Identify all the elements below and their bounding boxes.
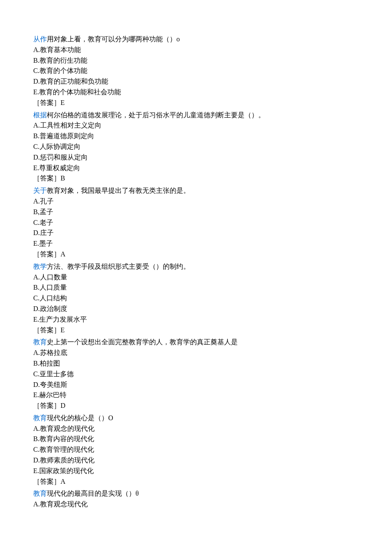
option: D.惩罚和服从定向 [33, 152, 359, 163]
option: E.教育的个体功能和社会功能 [33, 87, 359, 98]
option: A.工具性相对主义定向 [33, 120, 359, 131]
question-lead: 从作 [33, 35, 47, 43]
option: E.墨子 [33, 238, 359, 249]
option: B.教育内容的现代化 [33, 434, 359, 445]
question-rest: 方法、教学手段及组织形式主要受（）的制约。 [47, 263, 190, 270]
question-text: 关于教育对象，我国最早提出了有教无类主张的是。 [33, 186, 359, 196]
question-lead: 关于 [33, 187, 47, 194]
question-rest: 现代化的最高目的是实现（）θ [47, 490, 139, 497]
option: D.政治制度 [33, 304, 359, 314]
option: C.人口结构 [33, 293, 359, 304]
document-content: 从作用对象上看，教育可以分为哪两种功能（）oA.教育基本功能B.教育的衍生功能C… [33, 34, 359, 510]
question-rest: 史上第一个设想出全面完整教育学的人，教育学的真正奠基人是 [47, 338, 238, 346]
question-text: 教育史上第一个设想出全面完整教育学的人，教育学的真正奠基人是 [33, 337, 359, 348]
option: D.夸美纽斯 [33, 380, 359, 390]
answer: ［答案］B [33, 173, 359, 184]
option: B.教育的衍生功能 [33, 55, 359, 66]
question-rest: 现代化的核心是（）O [47, 414, 113, 421]
question-block: 教育史上第一个设想出全面完整教育学的人，教育学的真正奠基人是A.苏格拉底B.柏拉… [33, 337, 359, 411]
option: B.普遍道德原则定向 [33, 131, 359, 142]
option: C.人际协调定向 [33, 142, 359, 152]
option: D.教师素质的现代化 [33, 455, 359, 466]
question-lead: 教育 [33, 338, 47, 346]
option: E.赫尔巴特 [33, 390, 359, 401]
question-block: 从作用对象上看，教育可以分为哪两种功能（）oA.教育基本功能B.教育的衍生功能C… [33, 34, 359, 108]
option: C.老子 [33, 218, 359, 228]
question-block: 教育现代化的核心是（）OA.教育观念的现代化B.教育内容的现代化C.教育管理的现… [33, 413, 359, 487]
question-rest: 柯尔伯格的道德发展理论，处于后习俗水平的儿童道德判断主要是（）。 [47, 111, 265, 119]
option: A.教育观念的现代化 [33, 424, 359, 434]
question-lead: 根据 [33, 111, 47, 119]
answer: ［答案］D [33, 401, 359, 411]
option: C.教育的个体功能 [33, 66, 359, 76]
option: B.人口质量 [33, 282, 359, 293]
question-text: 教学方法、教学手段及组织形式主要受（）的制约。 [33, 262, 359, 272]
question-rest: 教育对象，我国最早提出了有教无类主张的是。 [47, 187, 190, 194]
question-text: 根据柯尔伯格的道德发展理论，处于后习俗水平的儿童道德判断主要是（）。 [33, 110, 359, 121]
question-text: 教育现代化的核心是（）O [33, 413, 359, 424]
question-rest: 用对象上看，教育可以分为哪两种功能（）o [47, 35, 180, 43]
question-block: 关于教育对象，我国最早提出了有教无类主张的是。A.孔子B,孟子C.老子D.庄子E… [33, 186, 359, 260]
option: D.庄子 [33, 228, 359, 238]
question-lead: 教学 [33, 263, 47, 270]
option: A.教育基本功能 [33, 45, 359, 55]
answer: ［答案］E [33, 325, 359, 336]
question-block: 教学方法、教学手段及组织形式主要受（）的制约。A.人口数量B.人口质量C.人口结… [33, 262, 359, 336]
question-lead: 教育 [33, 490, 47, 497]
question-text: 教育现代化的最高目的是实现（）θ [33, 488, 359, 499]
option: B.柏拉图 [33, 358, 359, 369]
answer: ［答案］E [33, 98, 359, 108]
option: E.生产力发展水平 [33, 314, 359, 325]
option: B,孟子 [33, 207, 359, 218]
option: E.尊重权威定向 [33, 163, 359, 174]
option: A.苏格拉底 [33, 348, 359, 358]
option: C.亚里士多德 [33, 369, 359, 380]
option: A.人口数量 [33, 272, 359, 283]
option: D.教育的正功能和负功能 [33, 76, 359, 87]
question-lead: 教育 [33, 414, 47, 421]
question-block: 教育现代化的最高目的是实现（）θA.教育观念现代化 [33, 488, 359, 510]
answer: ［答案］A [33, 477, 359, 487]
question-text: 从作用对象上看，教育可以分为哪两种功能（）o [33, 34, 359, 45]
option: A.孔子 [33, 196, 359, 207]
option: A.教育观念现代化 [33, 499, 359, 510]
answer: ［答案］A [33, 249, 359, 260]
question-block: 根据柯尔伯格的道德发展理论，处于后习俗水平的儿童道德判断主要是（）。A.工具性相… [33, 110, 359, 184]
option: E.国家政策的现代化 [33, 466, 359, 477]
option: C.教育管理的现代化 [33, 445, 359, 455]
